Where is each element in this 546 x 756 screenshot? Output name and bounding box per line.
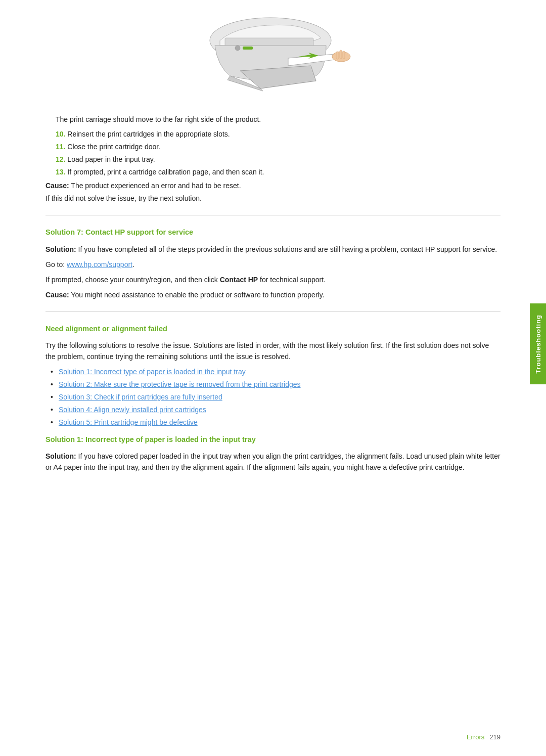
prompted-suffix: for technical support. [258, 276, 326, 284]
svg-rect-3 [336, 52, 339, 59]
bullet-link-5[interactable]: Solution 5: Print cartridge might be def… [59, 418, 198, 426]
alignment-heading: Need alignment or alignment failed [46, 323, 500, 335]
prompted-text: If prompted, choose your country/region,… [46, 276, 220, 284]
step-11: 11. Close the print cartridge door. [56, 142, 500, 152]
goto-period: . [132, 260, 134, 269]
svg-rect-7 [243, 47, 253, 50]
footer: Errors 219 [467, 733, 500, 741]
alignment-bullet-list: Solution 1: Incorrect type of paper is l… [51, 367, 500, 428]
solution1-text: If you have colored paper loaded in the … [46, 452, 500, 471]
next-solution-note: If this did not solve the issue, try the… [46, 193, 500, 204]
printer-image-container [46, 10, 500, 99]
bullet-link-3[interactable]: Solution 3: Check if print cartridges ar… [59, 393, 222, 401]
solution7-label: Solution: [46, 245, 76, 253]
step-13-text: If prompted, print a cartridge calibrati… [67, 168, 264, 176]
bullet-link-2[interactable]: Solution 2: Make sure the protective tap… [59, 380, 301, 388]
solution7-cause: Cause: You might need assistance to enab… [46, 290, 500, 300]
step-12: 12. Load paper in the input tray. [56, 154, 500, 165]
step-11-text: Close the print cartridge door. [67, 143, 160, 151]
list-item: Solution 5: Print cartridge might be def… [51, 417, 500, 428]
goto-prefix: Go to: [46, 260, 67, 269]
side-tab: Troubleshooting [530, 303, 546, 384]
solution7-goto: Go to: www.hp.com/support. [46, 259, 500, 270]
step-10-text: Reinsert the print cartridges in the app… [67, 130, 230, 138]
cause-label-1: Cause: [46, 182, 69, 190]
numbered-steps: The print carriage should move to the fa… [56, 114, 500, 177]
page: Troubleshooting [0, 0, 546, 756]
solution7-block: Solution 7: Contact HP support for servi… [46, 227, 500, 300]
alignment-intro: Try the following solutions to resolve t… [46, 340, 500, 363]
side-tab-label: Troubleshooting [534, 315, 542, 374]
cause-text-1: The product experienced an error and had… [71, 182, 241, 190]
solution1-block: Solution 1: Incorrect type of paper is l… [46, 434, 500, 473]
contact-hp-bold: Contact HP [220, 276, 258, 284]
solution7-text: If you have completed all of the steps p… [78, 245, 497, 253]
cause-label-7: Cause: [46, 291, 69, 299]
cause-text-7: You might need assistance to enable the … [71, 291, 324, 299]
content-area: The print carriage should move to the fa… [46, 0, 500, 473]
cause-line-1: Cause: The product experienced an error … [46, 181, 500, 191]
step-11-num: 11. [56, 143, 65, 151]
list-item: Solution 2: Make sure the protective tap… [51, 379, 500, 390]
footer-section-label: Errors [467, 733, 484, 741]
solution1-solution: Solution: If you have colored paper load… [46, 451, 500, 473]
step-12-text: Load paper in the input tray. [67, 155, 155, 163]
printer-illustration [190, 10, 356, 99]
step-10: 10. Reinsert the print cartridges in the… [56, 129, 500, 140]
goto-link[interactable]: www.hp.com/support [67, 260, 132, 269]
step-13: 13. If prompted, print a cartridge calib… [56, 167, 500, 177]
list-item: Solution 3: Check if print cartridges ar… [51, 392, 500, 403]
step-10-num: 10. [56, 130, 65, 138]
solution7-heading: Solution 7: Contact HP support for servi… [46, 227, 500, 238]
alignment-section: Need alignment or alignment failed Try t… [46, 323, 500, 428]
step-13-num: 13. [56, 168, 65, 176]
solution7-solution: Solution: If you have completed all of t… [46, 244, 500, 255]
divider-2 [46, 312, 500, 312]
solution1-heading: Solution 1: Incorrect type of paper is l… [46, 434, 500, 446]
solution1-label: Solution: [46, 452, 76, 460]
divider-1 [46, 215, 500, 215]
step-12-num: 12. [56, 155, 65, 163]
bullet-link-1[interactable]: Solution 1: Incorrect type of paper is l… [59, 368, 246, 376]
list-item: Solution 4: Align newly installed print … [51, 405, 500, 415]
svg-rect-4 [340, 50, 342, 59]
bullet-link-4[interactable]: Solution 4: Align newly installed print … [59, 406, 206, 414]
svg-rect-5 [343, 51, 345, 59]
intro-text: The print carriage should move to the fa… [56, 114, 500, 125]
list-item: Solution 1: Incorrect type of paper is l… [51, 367, 500, 377]
svg-point-6 [235, 46, 240, 51]
solution7-prompted: If prompted, choose your country/region,… [46, 274, 500, 285]
footer-page-number: 219 [489, 733, 500, 741]
